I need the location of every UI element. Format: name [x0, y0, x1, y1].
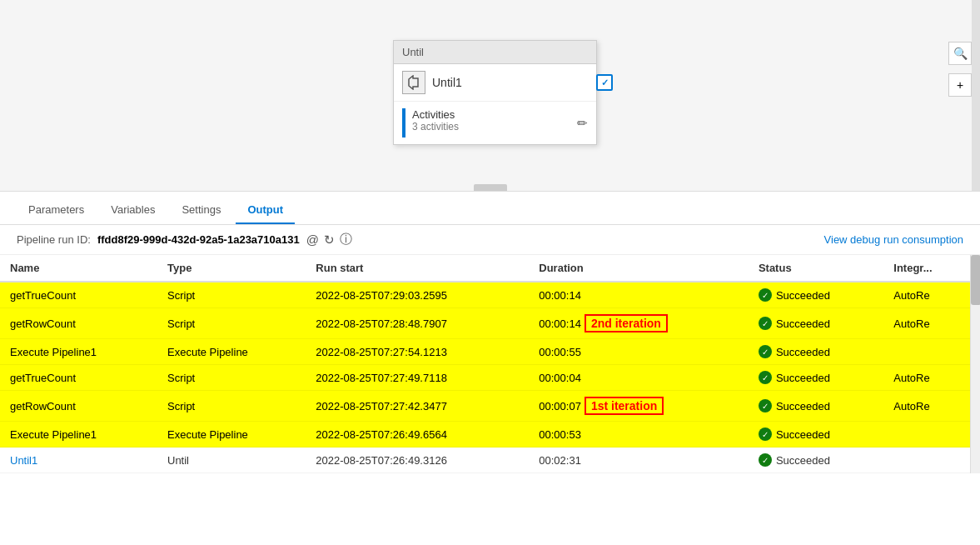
- output-table-wrapper: Name Type Run start Duration Status Inte…: [0, 255, 980, 473]
- card-body: Until1: [394, 64, 596, 101]
- cell-integration: [883, 448, 970, 473]
- info-icon-btn[interactable]: ⓘ: [340, 232, 352, 248]
- cell-duration: 00:00:14: [529, 282, 749, 308]
- tab-settings[interactable]: Settings: [170, 197, 232, 224]
- cell-status: ✓Succeeded: [749, 422, 883, 448]
- cell-name[interactable]: getTrueCount: [0, 282, 157, 308]
- cell-name[interactable]: Execute Pipeline1: [0, 339, 157, 365]
- tab-variables[interactable]: Variables: [99, 197, 167, 224]
- cell-name[interactable]: Until1: [0, 448, 157, 473]
- duration-value: 00:00:07: [539, 400, 581, 412]
- success-icon: ✓: [759, 399, 772, 412]
- status-text: Succeeded: [776, 428, 830, 441]
- cell-status: ✓Succeeded: [749, 282, 883, 308]
- cell-name[interactable]: getRowCount: [0, 391, 157, 422]
- cell-duration: 00:00:142nd iteration: [529, 308, 749, 339]
- cell-duration: 00:00:55: [529, 339, 749, 365]
- cell-name[interactable]: getTrueCount: [0, 365, 157, 391]
- cell-duration: 00:00:071st iteration: [529, 391, 749, 422]
- copy-icon-btn[interactable]: @: [306, 232, 319, 247]
- run-id-label: Pipeline run ID:: [17, 233, 91, 246]
- collapse-handle[interactable]: [474, 184, 507, 191]
- view-debug-link[interactable]: View debug run consumption: [824, 233, 963, 246]
- card-activities: Activities 3 activities ✏: [394, 101, 596, 144]
- cell-duration: 00:00:04: [529, 365, 749, 391]
- cell-run-start: 2022-08-25T07:27:42.3477: [306, 391, 529, 422]
- status-text: Succeeded: [776, 372, 830, 384]
- table-header-row: Name Type Run start Duration Status Inte…: [0, 255, 970, 282]
- success-icon: ✓: [759, 345, 772, 358]
- table-row: getRowCountScript2022-08-25T07:27:42.347…: [0, 391, 970, 422]
- cell-run-start: 2022-08-25T07:26:49.6564: [306, 422, 529, 448]
- cell-status: ✓Succeeded: [749, 365, 883, 391]
- iteration-2nd-badge: 2nd iteration: [585, 314, 668, 332]
- status-text: Succeeded: [776, 400, 830, 412]
- table-row: getTrueCountScript2022-08-25T07:29:03.25…: [0, 282, 970, 308]
- iteration-1st-badge: 1st iteration: [585, 397, 664, 415]
- col-duration: Duration: [529, 255, 749, 282]
- right-icons: 🔍 +: [948, 42, 972, 97]
- duration-value: 00:00:14: [539, 318, 581, 330]
- col-name: Name: [0, 255, 157, 282]
- cell-type: Script: [157, 365, 306, 391]
- cell-run-start: 2022-08-25T07:29:03.2595: [306, 282, 529, 308]
- duration-value: 00:02:31: [539, 454, 581, 467]
- status-text: Succeeded: [776, 346, 830, 358]
- duration-value: 00:00:55: [539, 346, 581, 358]
- duration-value: 00:00:14: [539, 289, 581, 302]
- refresh-icon-btn[interactable]: ↻: [324, 232, 335, 248]
- cell-status: ✓Succeeded: [749, 308, 883, 339]
- check-icon: [596, 74, 613, 91]
- until-icon: [402, 71, 425, 94]
- success-icon: ✓: [759, 371, 772, 384]
- run-id-icons: @ ↻ ⓘ: [306, 232, 352, 248]
- cell-name[interactable]: Execute Pipeline1: [0, 422, 157, 448]
- table-row: Execute Pipeline1Execute Pipeline2022-08…: [0, 422, 970, 448]
- success-icon: ✓: [759, 428, 772, 441]
- table-scrollbar[interactable]: [970, 255, 980, 473]
- duration-value: 00:00:04: [539, 372, 581, 384]
- card-title: Until1: [432, 76, 462, 89]
- cell-status: ✓Succeeded: [749, 448, 883, 473]
- output-table: Name Type Run start Duration Status Inte…: [0, 255, 970, 473]
- cell-type: Script: [157, 308, 306, 339]
- cell-run-start: 2022-08-25T07:27:49.7118: [306, 365, 529, 391]
- cell-duration: 00:02:31: [529, 448, 749, 473]
- success-icon: ✓: [759, 317, 772, 330]
- status-text: Succeeded: [776, 454, 830, 467]
- cell-status: ✓Succeeded: [749, 391, 883, 422]
- cell-run-start: 2022-08-25T07:26:49.3126: [306, 448, 529, 473]
- cell-run-start: 2022-08-25T07:28:48.7907: [306, 308, 529, 339]
- canvas-area: Until Until1 Activities 3 activities ✏ 🔍: [0, 0, 980, 192]
- table-row: getTrueCountScript2022-08-25T07:27:49.71…: [0, 365, 970, 391]
- cell-type: Script: [157, 282, 306, 308]
- card-header: Until: [394, 41, 596, 64]
- cell-integration: AutoRe: [883, 282, 970, 308]
- table-row: Until1Until2022-08-25T07:26:49.312600:02…: [0, 448, 970, 473]
- search-icon-btn[interactable]: 🔍: [948, 42, 972, 65]
- cell-type: Until: [157, 448, 306, 473]
- edit-icon[interactable]: ✏: [577, 116, 588, 131]
- tab-output[interactable]: Output: [236, 197, 295, 224]
- duration-value: 00:00:53: [539, 428, 581, 441]
- table-row: Execute Pipeline1Execute Pipeline2022-08…: [0, 339, 970, 365]
- scrollbar-thumb[interactable]: [971, 255, 980, 305]
- activities-bar: [402, 108, 405, 138]
- tabs-bar: Parameters Variables Settings Output: [0, 192, 980, 225]
- cell-integration: AutoRe: [883, 365, 970, 391]
- tab-parameters[interactable]: Parameters: [17, 197, 96, 224]
- run-id-bar: Pipeline run ID: ffdd8f29-999d-432d-92a5…: [0, 225, 980, 255]
- cell-run-start: 2022-08-25T07:27:54.1213: [306, 339, 529, 365]
- status-text: Succeeded: [776, 318, 830, 330]
- table-row: getRowCountScript2022-08-25T07:28:48.790…: [0, 308, 970, 339]
- cell-integration: AutoRe: [883, 391, 970, 422]
- cell-name[interactable]: getRowCount: [0, 308, 157, 339]
- cell-type: Script: [157, 391, 306, 422]
- col-run-start: Run start: [306, 255, 529, 282]
- top-scrollbar: [972, 0, 980, 191]
- cell-integration: [883, 422, 970, 448]
- zoom-in-icon-btn[interactable]: +: [948, 73, 972, 97]
- cell-status: ✓Succeeded: [749, 339, 883, 365]
- success-icon: ✓: [759, 288, 772, 302]
- col-integration: Integr...: [883, 255, 970, 282]
